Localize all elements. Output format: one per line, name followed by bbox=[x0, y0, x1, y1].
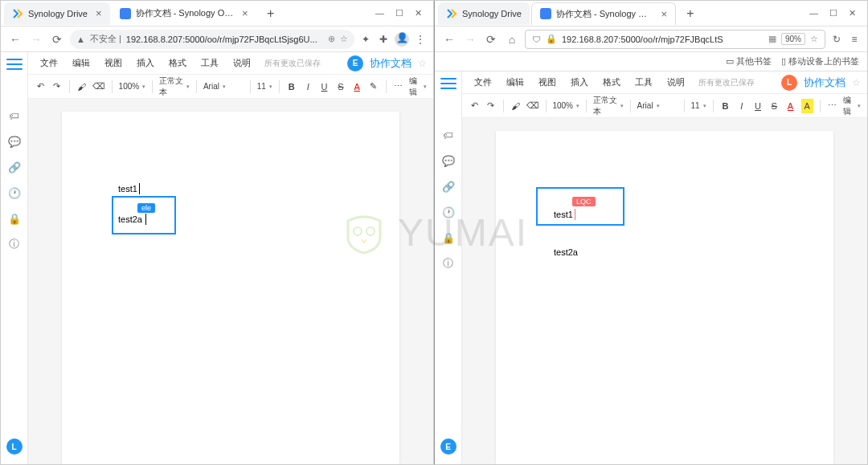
home-button[interactable]: ⌂ bbox=[504, 31, 520, 47]
new-tab-button[interactable]: + bbox=[261, 4, 280, 23]
size-select[interactable]: 11 bbox=[257, 82, 272, 91]
bookmark-icon[interactable]: ☆ bbox=[340, 34, 348, 44]
highlight-button[interactable]: ✎ bbox=[367, 80, 379, 94]
tab-office-doc[interactable]: 协作文档 - Synology Office 文 × bbox=[112, 2, 256, 25]
menu-insert[interactable]: 插入 bbox=[131, 55, 160, 71]
user-avatar[interactable]: E bbox=[440, 438, 457, 455]
lock-icon[interactable]: 🔒 bbox=[546, 34, 557, 44]
history-icon[interactable]: 🕐 bbox=[441, 205, 456, 219]
hamburger-icon[interactable] bbox=[6, 59, 23, 70]
tag-icon[interactable]: 🏷 bbox=[7, 108, 22, 123]
zoom-badge[interactable]: 90% bbox=[781, 33, 805, 45]
mode-select[interactable]: 编辑 bbox=[409, 75, 427, 98]
menu-tools[interactable]: 工具 bbox=[195, 55, 224, 71]
puzzle-icon[interactable]: ✚ bbox=[377, 34, 390, 45]
text-color-button[interactable]: A bbox=[784, 99, 796, 113]
highlight-button[interactable]: A bbox=[801, 99, 813, 113]
close-icon[interactable]: × bbox=[661, 8, 667, 20]
tag-icon[interactable]: 🏷 bbox=[441, 128, 456, 142]
clear-format-button[interactable]: ⌫ bbox=[92, 80, 105, 94]
comment-icon[interactable]: 💬 bbox=[7, 134, 22, 149]
zoom-select[interactable]: 100% bbox=[119, 82, 146, 91]
collaborator-avatar[interactable]: L bbox=[781, 75, 797, 91]
menu-view[interactable]: 视图 bbox=[533, 74, 562, 91]
text-line-1[interactable]: test1 bbox=[554, 210, 573, 219]
menu-view[interactable]: 视图 bbox=[99, 55, 128, 71]
menu-insert[interactable]: 插入 bbox=[565, 74, 594, 91]
menu-format[interactable]: 格式 bbox=[163, 55, 192, 71]
info-icon[interactable]: ⓘ bbox=[7, 237, 22, 251]
bookmark-other[interactable]: ▭其他书签 bbox=[726, 55, 772, 67]
bookmark-mobile[interactable]: ▯移动设备上的书签 bbox=[781, 55, 859, 67]
page[interactable]: test1 ele test2a bbox=[62, 112, 399, 464]
italic-button[interactable]: I bbox=[736, 99, 747, 113]
minimize-button[interactable]: — bbox=[809, 8, 818, 18]
profile-icon[interactable]: 👤 bbox=[395, 32, 409, 47]
lock-icon[interactable]: 🔒 bbox=[7, 211, 22, 226]
shield-icon[interactable]: 🛡 bbox=[532, 35, 541, 44]
menu-help[interactable]: 说明 bbox=[661, 74, 690, 91]
text-line-1[interactable]: test1 bbox=[118, 184, 137, 194]
menu-file[interactable]: 文件 bbox=[469, 74, 497, 91]
menu-edit[interactable]: 编辑 bbox=[501, 74, 530, 91]
menu-icon[interactable]: ⋮ bbox=[414, 34, 427, 45]
back-button[interactable]: ← bbox=[7, 31, 23, 47]
collaborator-avatar[interactable]: E bbox=[347, 55, 363, 71]
user-avatar[interactable]: L bbox=[6, 438, 23, 455]
strike-button[interactable]: S bbox=[335, 80, 346, 94]
selection-box[interactable] bbox=[536, 187, 624, 226]
maximize-button[interactable]: ☐ bbox=[395, 8, 403, 18]
menu-tools[interactable]: 工具 bbox=[629, 74, 658, 91]
bold-button[interactable]: B bbox=[286, 80, 297, 94]
size-select[interactable]: 11 bbox=[690, 101, 706, 110]
link-icon[interactable]: 🔗 bbox=[441, 179, 456, 194]
tab-synology-drive[interactable]: Synology Drive × bbox=[4, 2, 110, 25]
underline-button[interactable]: U bbox=[318, 80, 330, 94]
history-icon[interactable]: 🕐 bbox=[7, 186, 22, 200]
minimize-button[interactable]: — bbox=[375, 8, 384, 18]
back-button[interactable]: ← bbox=[441, 31, 457, 47]
forward-button[interactable]: → bbox=[28, 31, 44, 47]
style-select[interactable]: 正常文本 bbox=[159, 75, 190, 98]
redo-button[interactable]: ↷ bbox=[485, 99, 496, 113]
menu-edit[interactable]: 编辑 bbox=[67, 55, 96, 71]
tab-office-doc[interactable]: 协作文档 - Synology Office 文 × bbox=[531, 2, 676, 25]
paint-button[interactable]: 🖌 bbox=[76, 80, 87, 94]
close-icon[interactable]: × bbox=[96, 7, 102, 19]
close-button[interactable]: ✕ bbox=[415, 8, 422, 18]
link-icon[interactable]: 🔗 bbox=[7, 160, 22, 174]
text-color-button[interactable]: A bbox=[351, 80, 362, 94]
redo-button[interactable]: ↷ bbox=[51, 80, 62, 94]
strike-button[interactable]: S bbox=[768, 99, 780, 113]
page[interactable]: LQC test1 test2a bbox=[496, 131, 833, 464]
zoom-select[interactable]: 100% bbox=[552, 101, 579, 110]
text-line-2[interactable]: test2a bbox=[118, 214, 142, 224]
font-select[interactable]: Arial bbox=[637, 101, 678, 110]
bookmark-icon[interactable]: ☆ bbox=[810, 34, 818, 44]
underline-button[interactable]: U bbox=[752, 99, 764, 113]
translate-icon[interactable]: ⊕ bbox=[328, 34, 335, 44]
undo-button[interactable]: ↶ bbox=[469, 99, 480, 113]
text-line-2[interactable]: test2a bbox=[554, 247, 578, 257]
canvas[interactable]: LQC test1 test2a bbox=[462, 118, 867, 464]
undo-button[interactable]: ↶ bbox=[35, 80, 46, 94]
menu-format[interactable]: 格式 bbox=[597, 74, 626, 91]
canvas[interactable]: test1 ele test2a bbox=[28, 99, 433, 464]
font-select[interactable]: Arial bbox=[203, 82, 244, 91]
url-input[interactable]: ▲ 不安全 | 192.168.8.207:5000/oo/r/mjp72FJB… bbox=[70, 30, 354, 49]
new-tab-button[interactable]: + bbox=[681, 4, 700, 23]
maximize-button[interactable]: ☐ bbox=[829, 8, 837, 18]
tab-synology-drive[interactable]: Synology Drive bbox=[438, 2, 530, 25]
url-input[interactable]: 🛡 🔒 192.168.8.207:5000/oo/r/mjp72FJBqcLt… bbox=[525, 30, 825, 49]
info-icon[interactable]: ⓘ bbox=[441, 256, 456, 271]
menu-help[interactable]: 说明 bbox=[227, 55, 256, 71]
paint-button[interactable]: 🖌 bbox=[510, 99, 521, 113]
lock-icon[interactable]: 🔒 bbox=[441, 230, 456, 245]
extension-icon[interactable]: ✦ bbox=[359, 34, 372, 45]
reload-button[interactable]: ⟳ bbox=[49, 31, 65, 47]
style-select[interactable]: 正常文本 bbox=[593, 95, 624, 117]
more-button[interactable]: ⋯ bbox=[392, 80, 403, 94]
downloads-icon[interactable]: ↻ bbox=[830, 34, 843, 45]
star-icon[interactable]: ☆ bbox=[418, 58, 427, 69]
hamburger-icon[interactable] bbox=[440, 78, 457, 89]
